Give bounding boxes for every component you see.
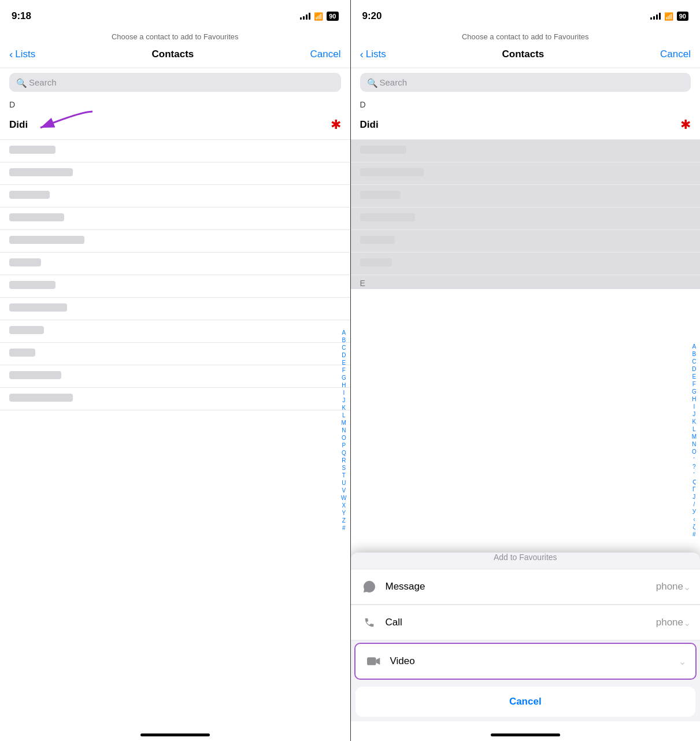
right-subtitle: Choose a contact to add to Favourites xyxy=(360,29,691,43)
video-action[interactable]: Video ⌄ xyxy=(354,643,697,680)
right-chevron-left-icon: ‹ xyxy=(360,48,364,61)
left-search-bar[interactable]: 🔍 Search xyxy=(9,73,341,92)
chevron-left-icon: ‹ xyxy=(9,48,13,61)
right-signal-icon xyxy=(650,13,661,20)
right-time: 9:20 xyxy=(362,10,382,22)
right-section-e: E xyxy=(351,275,701,289)
right-didi-name: Didi xyxy=(360,119,379,131)
left-didi-name: Didi xyxy=(9,119,28,131)
left-didi-row[interactable]: Didi ✱ xyxy=(0,110,350,140)
right-home-indicator xyxy=(351,721,701,741)
right-status-bar: 9:20 📶 90 xyxy=(351,0,701,29)
video-label: Video xyxy=(390,655,679,667)
home-bar xyxy=(140,733,210,736)
left-home-indicator xyxy=(0,721,350,741)
left-status-bar: 9:18 📶 90 xyxy=(0,0,350,29)
left-alphabet-sidebar[interactable]: A B C D E F G H I J K L M N O P Q R S T … xyxy=(340,140,347,721)
right-status-icons: 📶 90 xyxy=(650,12,688,21)
right-didi-star: ✱ xyxy=(680,117,691,132)
right-search-icon: 🔍 xyxy=(367,78,376,87)
message-action[interactable]: Message phone ⌄ xyxy=(351,569,701,605)
video-action-wrapper: Video ⌄ xyxy=(351,640,701,682)
call-chevron: ⌄ xyxy=(683,617,691,628)
right-didi-row[interactable]: Didi ✱ xyxy=(351,110,701,140)
right-phone-screen: 9:20 📶 90 Choose a contact to add to Fav… xyxy=(350,0,701,741)
call-sublabel: phone xyxy=(656,617,683,628)
right-battery-icon: 90 xyxy=(677,12,688,21)
right-cancel-button[interactable]: Cancel xyxy=(660,49,691,60)
call-icon xyxy=(360,613,379,632)
overlay-cancel-button[interactable]: Cancel xyxy=(355,687,696,717)
right-contact-area: E A B C D E F G H I J K L M N O ʻ ? ʻ Ϛ … xyxy=(351,140,701,741)
left-contact-list: A B C D E F G H I J K L M N O P Q R S T … xyxy=(0,140,350,721)
svg-rect-1 xyxy=(367,657,376,665)
message-icon xyxy=(360,577,379,596)
message-label: Message xyxy=(386,581,654,592)
video-icon xyxy=(365,652,383,670)
overlay-title: Add to Favourites xyxy=(351,553,701,562)
right-contacts-title: Contacts xyxy=(502,49,545,60)
left-didi-star: ✱ xyxy=(331,117,341,132)
right-lists-button[interactable]: ‹ Lists xyxy=(360,48,386,61)
right-search-bar[interactable]: 🔍 Search xyxy=(360,73,691,92)
left-cancel-button[interactable]: Cancel xyxy=(310,49,341,60)
right-nav: ‹ Lists Contacts Cancel xyxy=(360,43,691,68)
left-lists-button[interactable]: ‹ Lists xyxy=(9,48,35,61)
message-chevron: ⌄ xyxy=(683,581,691,592)
left-phone-screen: 9:18 📶 90 Choose a contact to add to Fav… xyxy=(0,0,350,741)
search-icon: 🔍 xyxy=(16,78,25,87)
call-action[interactable]: Call phone ⌄ xyxy=(351,605,701,640)
video-chevron: ⌄ xyxy=(679,656,686,667)
left-section-d: D xyxy=(0,97,350,110)
right-action-sheet: Add to Favourites Message phone ⌄ xyxy=(351,553,701,741)
left-search-placeholder: Search xyxy=(29,77,57,87)
left-header: Choose a contact to add to Favourites ‹ … xyxy=(0,29,350,68)
left-time: 9:18 xyxy=(12,10,31,22)
left-status-icons: 📶 90 xyxy=(300,12,338,21)
message-sublabel: phone xyxy=(656,581,683,592)
right-search-placeholder: Search xyxy=(380,77,408,87)
signal-icon xyxy=(300,13,310,20)
wifi-icon: 📶 xyxy=(314,12,323,21)
right-header: Choose a contact to add to Favourites ‹ … xyxy=(351,29,701,68)
battery-icon: 90 xyxy=(327,12,338,21)
left-contacts-title: Contacts xyxy=(152,49,194,60)
right-wifi-icon: 📶 xyxy=(664,12,673,21)
right-alphabet-sidebar[interactable]: A B C D E F G H I J K L M N O ʻ ? ʻ Ϛ Γ … xyxy=(691,140,698,741)
right-home-bar xyxy=(491,733,560,736)
right-section-d: D xyxy=(351,97,701,110)
left-subtitle: Choose a contact to add to Favourites xyxy=(9,29,341,43)
call-label: Call xyxy=(386,617,654,628)
left-nav: ‹ Lists Contacts Cancel xyxy=(9,43,341,68)
